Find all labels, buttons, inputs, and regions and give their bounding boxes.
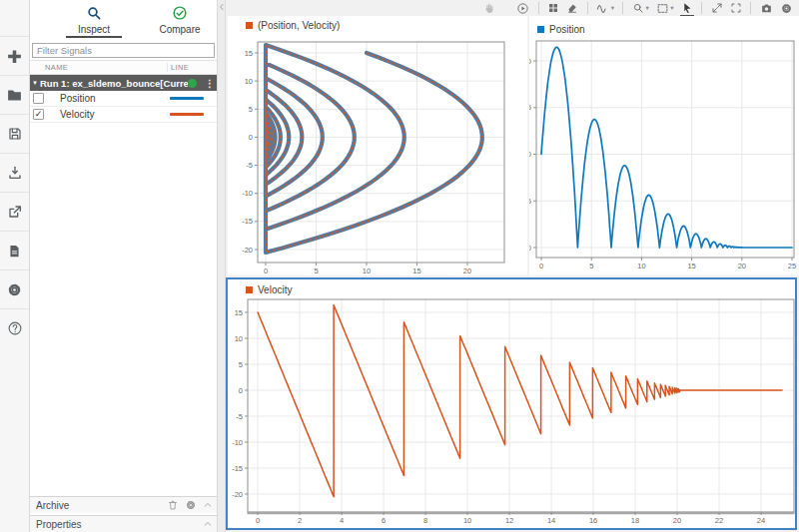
svg-text:-10: -10 — [242, 189, 253, 198]
check-circle-icon — [172, 5, 188, 21]
velocity-plot-chart[interactable]: 024681012141618202224-20-15-10-5051015 — [228, 279, 795, 528]
plot-toolbar: ▾ ▾ ▾ — [226, 0, 799, 16]
archive-label: Archive — [34, 500, 161, 511]
chevron-up-icon[interactable] — [203, 519, 213, 529]
chevron-left-icon[interactable] — [218, 3, 226, 11]
column-name: NAME — [30, 63, 167, 72]
svg-text:10: 10 — [235, 334, 243, 343]
tab-compare[interactable]: Compare — [144, 0, 216, 40]
position-plot-chart[interactable]: 051015202505101520 — [529, 16, 799, 275]
svg-text:16: 16 — [589, 516, 597, 525]
position-plot-legend: Position — [537, 24, 585, 35]
run-status-dot — [188, 79, 197, 88]
svg-text:5: 5 — [589, 262, 593, 270]
report-button[interactable] — [0, 232, 29, 270]
column-line: LINE — [167, 63, 217, 72]
table-row-position[interactable]: Position — [30, 91, 217, 107]
position-checkbox[interactable] — [33, 93, 44, 104]
legend-swatch — [537, 26, 544, 33]
preferences-button[interactable] — [0, 270, 29, 309]
svg-text:10: 10 — [463, 516, 471, 525]
svg-text:15: 15 — [412, 266, 420, 275]
replay-button[interactable] — [516, 2, 529, 15]
pan-hand-button[interactable] — [482, 2, 495, 15]
svg-text:10: 10 — [529, 150, 531, 159]
svg-text:12: 12 — [505, 516, 513, 525]
svg-text:22: 22 — [715, 516, 723, 525]
browser-tabs: Inspect Compare — [30, 0, 217, 40]
svg-text:20: 20 — [463, 266, 471, 275]
clear-plots-button[interactable] — [566, 2, 578, 14]
expand-icon — [711, 2, 723, 14]
hand-icon — [482, 2, 495, 15]
tab-compare-label: Compare — [159, 24, 200, 35]
svg-text:0: 0 — [256, 516, 260, 525]
gear-icon — [6, 281, 23, 298]
tab-inspect[interactable]: Inspect — [58, 0, 130, 40]
velocity-plot-legend: Velocity — [246, 284, 292, 295]
gear-icon[interactable] — [185, 499, 197, 511]
svg-text:0: 0 — [249, 133, 253, 142]
select-cursor-button[interactable] — [681, 2, 693, 14]
fullscreen-button[interactable] — [730, 2, 742, 14]
phase-plot-panel[interactable]: (Position, Velocity) 05101520-20-15-10-5… — [228, 16, 527, 275]
trash-icon[interactable] — [167, 499, 179, 511]
app-sidebar-strip — [0, 0, 30, 532]
snapshot-button[interactable] — [760, 2, 773, 15]
legend-swatch — [246, 22, 253, 29]
properties-section-header[interactable]: Properties — [30, 515, 217, 532]
kebab-menu-icon[interactable]: ⋮ — [203, 78, 217, 89]
open-button[interactable] — [0, 76, 29, 115]
eraser-icon — [566, 2, 578, 14]
run-label: Run 1: ex_sldemo_bounce[Current] — [40, 78, 188, 89]
phase-plot-chart[interactable]: 05101520-20-15-10-5051015 — [228, 16, 527, 275]
export-button[interactable] — [0, 193, 29, 232]
strip-spacer — [0, 0, 29, 37]
save-button[interactable] — [0, 115, 29, 154]
archive-section-header[interactable]: Archive — [30, 496, 217, 513]
import-button[interactable] — [0, 154, 29, 193]
legend-label: Position — [549, 24, 585, 35]
layout-grid-icon — [547, 2, 559, 14]
svg-text:14: 14 — [547, 516, 555, 525]
plot-settings-button[interactable] — [780, 2, 793, 15]
help-button[interactable] — [0, 309, 29, 347]
legend-label: Velocity — [258, 284, 292, 295]
zoom-button[interactable]: ▾ — [632, 2, 649, 14]
svg-text:0: 0 — [539, 262, 543, 270]
toolbar-divider — [701, 2, 702, 14]
chevron-up-icon[interactable] — [203, 500, 213, 510]
filter-signals-input[interactable] — [32, 43, 215, 58]
tab-inspect-label: Inspect — [78, 24, 110, 35]
layout-button[interactable] — [547, 2, 559, 14]
table-row-velocity[interactable]: Velocity — [30, 107, 217, 123]
new-button[interactable] — [0, 37, 29, 76]
signal-table-header: NAME LINE — [30, 60, 217, 75]
velocity-checkbox[interactable] — [33, 109, 44, 120]
svg-text:20: 20 — [673, 516, 681, 525]
plus-icon — [6, 48, 23, 65]
svg-text:5: 5 — [529, 197, 531, 206]
svg-text:-15: -15 — [242, 217, 253, 226]
position-plot-panel[interactable]: Position 051015202505101520 — [529, 16, 799, 275]
export-icon — [7, 204, 23, 220]
fit-to-view-button[interactable]: ▾ — [656, 2, 674, 15]
plot-area: ▾ ▾ ▾ (Position, Velocity) 05101520-20-1… — [226, 0, 799, 532]
sidebar-collapse-handle[interactable] — [218, 0, 226, 532]
caret-down-icon[interactable]: ▾ — [30, 79, 40, 87]
run-row[interactable]: ▾ Run 1: ex_sldemo_bounce[Current] ⋮ — [30, 75, 217, 91]
velocity-plot-panel-selected[interactable]: Velocity 024681012141618202224-20-15-10-… — [226, 277, 797, 530]
toolbar-divider — [587, 2, 588, 14]
svg-text:15: 15 — [687, 262, 695, 270]
save-icon — [7, 126, 23, 142]
chevron-down-icon: ▾ — [611, 4, 614, 12]
phase-plot-legend: (Position, Velocity) — [246, 20, 340, 31]
signal-display-button[interactable]: ▾ — [596, 2, 614, 15]
svg-text:0: 0 — [264, 266, 268, 275]
svg-text:4: 4 — [340, 516, 344, 525]
signal-name: Position — [44, 93, 167, 104]
svg-text:20: 20 — [529, 57, 531, 66]
svg-text:15: 15 — [245, 49, 253, 58]
svg-text:5: 5 — [239, 360, 243, 369]
expand-button[interactable] — [711, 2, 723, 14]
